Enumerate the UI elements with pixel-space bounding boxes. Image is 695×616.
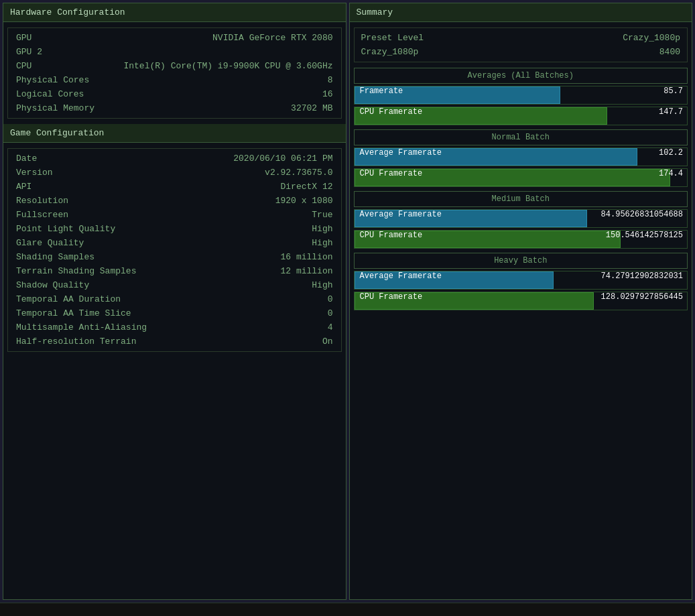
physical-memory-label: Physical Memory (16, 103, 94, 113)
heavy-framerate-bar-wrapper: Average Framerate 74.27912902832031 (354, 271, 688, 290)
temporal-aa-dur-row: Temporal AA Duration 0 (8, 292, 341, 306)
medium-framerate-label: Average Framerate (360, 210, 442, 219)
resolution-value: 1920 x 1080 (275, 196, 333, 206)
heavy-cpu-bar-container: CPU Framerate 128.0297927856445 (354, 292, 688, 310)
normal-cpu-bar-wrapper: CPU Framerate 174.4 (354, 168, 688, 187)
preset-value: Crazy_1080p (623, 33, 680, 43)
normal-batch-header: Normal Batch (354, 129, 688, 145)
status-bar (0, 603, 695, 616)
gpu-label: GPU (16, 33, 31, 43)
terrain-shading-row: Terrain Shading Samples 12 million (8, 264, 341, 278)
medium-batch-header: Medium Batch (354, 191, 688, 207)
heavy-cpu-value: 128.0297927856445 (601, 292, 683, 302)
avg-framerate-label: Framerate (360, 86, 403, 96)
api-label: API (16, 182, 31, 192)
heavy-framerate-value: 74.27912902832031 (601, 271, 683, 281)
version-row: Version v2.92.73675.0 (8, 166, 341, 180)
temporal-aa-ts-value: 0 (328, 308, 333, 318)
heavy-framerate-bar-container: Average Framerate 74.27912902832031 (354, 271, 688, 290)
heavy-cpu-bar-wrapper: CPU Framerate 128.0297927856445 (354, 292, 688, 310)
heavy-cpu-label: CPU Framerate (360, 292, 423, 302)
temporal-aa-ts-label: Temporal AA Time Slice (16, 308, 131, 318)
physical-memory-value: 32702 MB (291, 103, 332, 113)
preset-row: Preset Level Crazy_1080p (355, 31, 688, 45)
preset-label: Preset Level (361, 33, 424, 43)
half-res-row: Half-resolution Terrain On (8, 334, 341, 349)
medium-framerate-bar-container: Average Framerate 84.95626831054688 (354, 209, 688, 228)
half-res-value: On (322, 336, 333, 347)
fullscreen-label: Fullscreen (16, 210, 68, 220)
half-res-label: Half-resolution Terrain (16, 336, 136, 347)
avg-framerate-bar-container: Framerate 85.7 (354, 86, 688, 105)
fullscreen-row: Fullscreen True (8, 208, 341, 222)
summary-header: Summary (350, 3, 692, 22)
shading-samples-value: 16 million (280, 252, 332, 262)
logical-cores-value: 16 (322, 89, 333, 99)
temporal-aa-dur-value: 0 (328, 294, 333, 304)
cpu-row: CPU Intel(R) Core(TM) i9-9900K CPU @ 3.6… (8, 59, 341, 73)
normal-framerate-value: 102.2 (659, 148, 683, 158)
point-light-label: Point Light Quality (16, 224, 115, 234)
avg-framerate-bar-wrapper: Framerate 85.7 (354, 86, 688, 105)
gpu-value: NVIDIA GeForce RTX 2080 (212, 33, 332, 43)
avg-cpu-value: 147.7 (659, 107, 683, 117)
date-row: Date 2020/06/10 06:21 PM (8, 151, 341, 166)
shading-samples-label: Shading Samples (16, 252, 94, 262)
shadow-quality-value: High (312, 280, 332, 290)
shadow-quality-label: Shadow Quality (16, 280, 89, 290)
normal-cpu-label: CPU Framerate (360, 169, 423, 178)
glare-quality-value: High (312, 238, 332, 248)
game-section: Date 2020/06/10 06:21 PM Version v2.92.7… (7, 148, 342, 352)
temporal-aa-ts-row: Temporal AA Time Slice 0 (8, 306, 341, 320)
resolution-row: Resolution 1920 x 1080 (8, 194, 341, 208)
terrain-shading-label: Terrain Shading Samples (16, 266, 136, 276)
point-light-row: Point Light Quality High (8, 222, 341, 236)
api-row: API DirectX 12 (8, 180, 341, 194)
physical-memory-row: Physical Memory 32702 MB (8, 101, 341, 115)
averages-header: Averages (All Batches) (354, 68, 688, 84)
logical-cores-row: Logical Cores 16 (8, 87, 341, 101)
avg-cpu-bar-wrapper: CPU Framerate 147.7 (354, 107, 688, 125)
normal-cpu-value: 174.4 (659, 169, 683, 178)
avg-framerate-value: 85.7 (664, 86, 683, 96)
version-value: v2.92.73675.0 (265, 168, 332, 178)
normal-framerate-bar-container: Average Framerate 102.2 (354, 147, 688, 166)
terrain-shading-value: 12 million (280, 266, 332, 276)
temporal-aa-dur-label: Temporal AA Duration (16, 294, 121, 304)
medium-cpu-label: CPU Framerate (360, 231, 423, 240)
cpu-value: Intel(R) Core(TM) i9-9900K CPU @ 3.60GHz (123, 61, 332, 71)
right-panel: Summary Preset Level Crazy_1080p Crazy_1… (349, 3, 693, 600)
hardware-section: GPU NVIDIA GeForce RTX 2080 GPU 2 CPU In… (7, 27, 342, 119)
glare-quality-label: Glare Quality (16, 238, 84, 248)
game-config-title: Game Configuration (10, 128, 104, 138)
gpu2-label: GPU 2 (16, 47, 42, 57)
date-label: Date (16, 153, 37, 164)
gpu-row: GPU NVIDIA GeForce RTX 2080 (8, 31, 341, 45)
normal-framerate-label: Average Framerate (360, 148, 442, 158)
medium-cpu-value: 150.546142578125 (606, 231, 683, 240)
msaa-row: Multisample Anti-Aliasing 4 (8, 320, 341, 334)
physical-cores-row: Physical Cores 8 (8, 73, 341, 87)
normal-cpu-bar-container: CPU Framerate 174.4 (354, 168, 688, 187)
cpu-label: CPU (16, 61, 31, 71)
crazy-value: 8400 (659, 47, 680, 57)
avg-cpu-label: CPU Framerate (360, 107, 423, 117)
msaa-label: Multisample Anti-Aliasing (16, 322, 147, 332)
api-value: DirectX 12 (280, 182, 332, 192)
glare-quality-row: Glare Quality High (8, 236, 341, 250)
physical-cores-label: Physical Cores (16, 75, 89, 85)
avg-cpu-bar-container: CPU Framerate 147.7 (354, 107, 688, 125)
heavy-framerate-label: Average Framerate (360, 271, 442, 281)
medium-framerate-bar-wrapper: Average Framerate 84.95626831054688 (354, 209, 688, 228)
date-value: 2020/06/10 06:21 PM (233, 153, 332, 164)
version-label: Version (16, 168, 53, 178)
left-panel: Hardware Configuration GPU NVIDIA GeForc… (3, 3, 346, 600)
shading-samples-row: Shading Samples 16 million (8, 250, 341, 264)
hardware-config-title: Hardware Configuration (10, 7, 125, 17)
physical-cores-value: 8 (328, 75, 333, 85)
preset-section: Preset Level Crazy_1080p Crazy_1080p 840… (354, 27, 688, 62)
hardware-config-header: Hardware Configuration (3, 3, 346, 22)
fullscreen-value: True (312, 210, 332, 220)
gpu2-row: GPU 2 (8, 45, 341, 59)
medium-cpu-bar-container: CPU Framerate 150.546142578125 (354, 230, 688, 249)
